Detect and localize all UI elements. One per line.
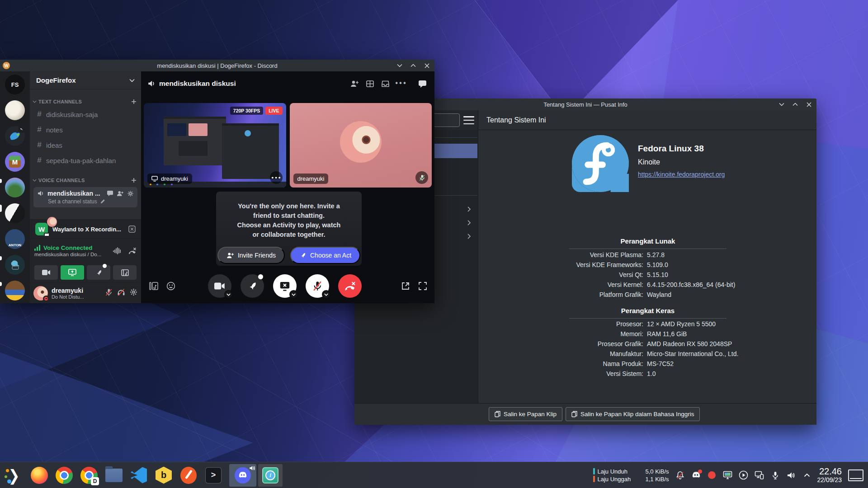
server-icon-m[interactable]: M xyxy=(5,152,25,172)
taskbar-chrome-profile-icon[interactable]: D xyxy=(80,466,98,484)
server-icon-globe[interactable] xyxy=(5,281,25,300)
volume-icon[interactable] xyxy=(786,470,796,480)
info-label: Versi Kernel: xyxy=(479,281,643,291)
hamburger-menu-icon[interactable] xyxy=(463,116,474,124)
user-identity[interactable]: dreamyuki Do Not Distu... xyxy=(52,287,101,300)
mic-muted-icon[interactable] xyxy=(105,288,113,298)
server-icon-field[interactable] xyxy=(5,178,25,197)
activity-panel-icon[interactable] xyxy=(149,282,158,292)
channel-settings-gear-icon[interactable] xyxy=(127,190,134,197)
stop-screen-share-button[interactable] xyxy=(273,274,297,298)
tray-expand-chevron-icon[interactable] xyxy=(802,470,812,480)
network-monitor-widget[interactable]: Laju Unduh 5,0 KiB/s Laju Unggah 1,1 KiB… xyxy=(593,468,669,483)
text-channels-section[interactable]: TEXT CHANNELS xyxy=(30,97,141,107)
taskbar-b-app-icon[interactable]: b xyxy=(155,466,173,484)
close-icon[interactable] xyxy=(424,62,430,69)
chat-icon[interactable] xyxy=(107,190,113,197)
discord-titlebar[interactable]: W mendiskusikan diskusi | DogeFirefox - … xyxy=(0,60,434,71)
voice-channel-item[interactable]: mendiskusikan ... Set a channel status xyxy=(33,187,137,207)
popout-icon[interactable] xyxy=(401,282,410,292)
server-header[interactable]: DogeFirefox xyxy=(30,71,141,89)
invite-friends-button[interactable]: Invite Friends xyxy=(217,247,285,264)
microphone-icon[interactable] xyxy=(770,470,780,480)
settings-gear-icon[interactable] xyxy=(130,288,137,298)
speaker-icon xyxy=(147,80,156,88)
server-icon-anton[interactable]: ANTON xyxy=(5,229,25,249)
close-icon[interactable] xyxy=(806,101,812,108)
channel-didiskusikan-saja[interactable]: #didiskusikan-saja xyxy=(33,107,137,122)
choose-activity-button[interactable]: Choose an Act xyxy=(290,247,360,264)
activities-launcher-button[interactable] xyxy=(241,274,264,298)
add-channel-icon[interactable] xyxy=(131,99,137,104)
media-player-icon[interactable] xyxy=(739,470,749,480)
upload-label: Laju Unggah xyxy=(598,476,646,483)
invite-members-icon[interactable] xyxy=(349,80,360,87)
unmute-mic-button[interactable] xyxy=(306,274,329,298)
channel-sepeda-tua-pak-dahlan[interactable]: #sepeda-tua-pak-dahlan xyxy=(33,153,137,168)
camera-button[interactable] xyxy=(34,265,58,280)
server-icon-bluebird[interactable] xyxy=(5,126,25,146)
distro-url-link[interactable]: https://kinoite.fedoraproject.org xyxy=(638,171,725,178)
disconnect-call-icon[interactable] xyxy=(128,247,137,255)
download-value: 5,0 KiB/s xyxy=(645,468,669,475)
fullscreen-icon[interactable] xyxy=(418,282,427,292)
taskbar-vscode-icon[interactable] xyxy=(130,466,148,484)
voice-quick-actions xyxy=(30,263,141,282)
user-avatar[interactable] xyxy=(33,286,48,300)
toggle-camera-button[interactable] xyxy=(208,274,231,298)
taskbar-konsole-icon[interactable]: > xyxy=(204,466,222,484)
screen-layout-icon[interactable] xyxy=(723,470,733,480)
deafen-icon[interactable] xyxy=(117,288,125,298)
server-icon-manga[interactable] xyxy=(5,100,25,120)
channel-ideas[interactable]: #ideas xyxy=(33,138,137,152)
show-desktop-button[interactable] xyxy=(848,469,863,481)
activity-shelf-button[interactable] xyxy=(113,265,137,280)
voice-connected-label[interactable]: Voice Connected xyxy=(43,244,93,251)
clock-widget[interactable]: 22.46 22/09/23 xyxy=(817,466,842,483)
stream-options-button[interactable]: ••• xyxy=(270,171,283,184)
minimize-icon[interactable] xyxy=(778,101,785,108)
empty-state-text: Choose an Activity to play, watch xyxy=(216,221,362,230)
copy-to-clipboard-english-button[interactable]: Salin ke Papan Klip dalam Bahasa Inggris xyxy=(566,407,700,421)
add-channel-icon[interactable] xyxy=(131,178,137,183)
task-discord[interactable] xyxy=(229,464,256,487)
open-chat-icon[interactable] xyxy=(416,80,428,88)
layout-grid-icon[interactable] xyxy=(364,80,376,87)
minimize-icon[interactable] xyxy=(396,62,403,69)
invite-to-channel-icon[interactable] xyxy=(117,190,124,197)
taskbar-firefox-icon[interactable] xyxy=(30,466,48,484)
inbox-icon[interactable] xyxy=(379,80,391,87)
camera-options-chevron[interactable] xyxy=(224,290,233,299)
maximize-icon[interactable] xyxy=(792,101,798,108)
maximize-icon[interactable] xyxy=(410,62,416,69)
voice-member-avatar[interactable] xyxy=(47,217,57,227)
recording-indicator-icon[interactable] xyxy=(707,470,717,480)
kdeconnect-icon[interactable] xyxy=(755,470,764,480)
disconnect-button[interactable] xyxy=(338,274,362,298)
more-options-icon[interactable]: ••• xyxy=(395,80,406,88)
tray-discord-icon[interactable] xyxy=(691,470,701,480)
close-activity-icon[interactable] xyxy=(128,225,136,233)
emoji-icon[interactable] xyxy=(166,282,175,292)
activities-button[interactable] xyxy=(87,265,110,280)
taskbar-file-manager-icon[interactable] xyxy=(105,466,123,484)
activity-panel[interactable]: W Wayland to X Recordin... xyxy=(30,219,141,239)
taskbar-orange-tool-icon[interactable] xyxy=(179,466,198,484)
participant-tile[interactable]: dreamyuki xyxy=(290,103,432,188)
screen-share-options-chevron[interactable] xyxy=(289,290,298,299)
taskbar-chrome-icon[interactable] xyxy=(55,466,73,484)
copy-to-clipboard-button[interactable]: Salin ke Papan Klip xyxy=(489,407,562,421)
server-icon-penguin[interactable] xyxy=(5,203,25,223)
notifications-muted-icon[interactable] xyxy=(675,470,685,480)
screen-share-tile[interactable]: 720P 30FPS LIVE dreamyuki ••• xyxy=(144,103,286,188)
voice-channels-section[interactable]: VOICE CHANNELS xyxy=(30,175,141,185)
mic-options-chevron[interactable] xyxy=(322,290,330,299)
task-infocenter[interactable]: i xyxy=(258,464,283,487)
server-icon-penguin-laptop[interactable] xyxy=(5,255,25,275)
screen-share-button-active[interactable] xyxy=(61,265,84,280)
app-launcher-button[interactable]: ❯ xyxy=(5,466,24,484)
noise-suppression-icon[interactable] xyxy=(113,247,122,254)
channel-status-hint[interactable]: Set a channel status xyxy=(48,198,134,205)
server-icon-fs[interactable]: FS xyxy=(5,75,25,94)
channel-notes[interactable]: #notes xyxy=(33,122,137,137)
